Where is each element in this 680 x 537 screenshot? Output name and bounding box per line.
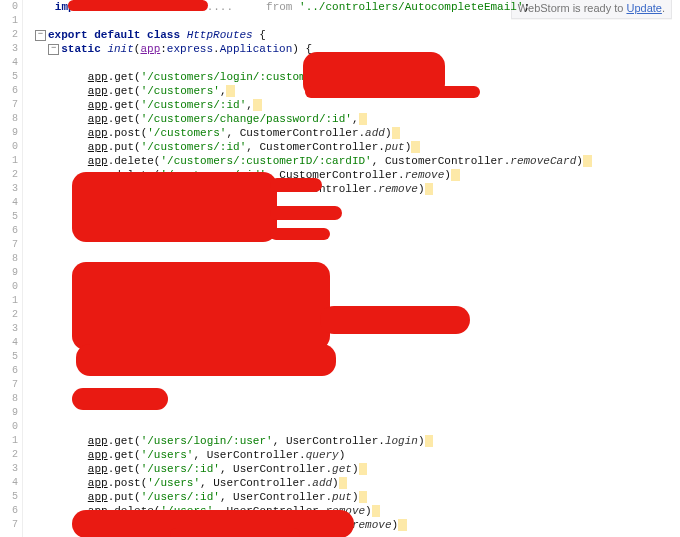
line-number: 8 (0, 252, 18, 266)
code-line: app.get('/users/:id', UserController.get… (35, 462, 592, 476)
line-number: 3 (0, 182, 18, 196)
line-number: 6 (0, 84, 18, 98)
line-number: 5 (0, 350, 18, 364)
line-number: 3 (0, 322, 18, 336)
code-line: app.get('/users', UserController.query) (35, 448, 592, 462)
code-line: app.post('/users', UserController.add) (35, 476, 592, 490)
line-number: 0 (0, 280, 18, 294)
redaction (270, 206, 342, 220)
code-line: app.put('/users/:id', UserController.put… (35, 490, 592, 504)
line-number: 1 (0, 294, 18, 308)
redaction (72, 388, 168, 410)
line-number: 4 (0, 336, 18, 350)
line-number: 0 (0, 0, 18, 14)
line-number: 2 (0, 448, 18, 462)
line-number: 8 (0, 112, 18, 126)
redaction (270, 178, 322, 192)
redaction (170, 528, 300, 537)
redaction (76, 344, 336, 376)
redaction (72, 262, 330, 350)
redaction (305, 86, 480, 98)
code-line: app.delete('/customers/:customerID/:card… (35, 154, 592, 168)
fold-icon[interactable]: − (48, 44, 59, 55)
line-number: 7 (0, 378, 18, 392)
line-number: 1 (0, 434, 18, 448)
redaction (72, 172, 277, 242)
line-number: 7 (0, 518, 18, 532)
code-line: app.get('/customers/:id', (35, 98, 592, 112)
line-number-gutter: 01234567890123456789012345678901234567 (0, 0, 23, 537)
line-number: 1 (0, 14, 18, 28)
fold-icon[interactable]: − (35, 30, 46, 41)
line-number: 3 (0, 462, 18, 476)
code-line: −export default class HttpRoutes { (35, 28, 592, 42)
line-number: 7 (0, 98, 18, 112)
line-number: 4 (0, 196, 18, 210)
line-number: 6 (0, 364, 18, 378)
code-line (35, 14, 592, 28)
line-number: 1 (0, 154, 18, 168)
line-number: 8 (0, 392, 18, 406)
line-number: 9 (0, 266, 18, 280)
line-number: 5 (0, 490, 18, 504)
code-line: app.get('/users/login/:user', UserContro… (35, 434, 592, 448)
line-number: 7 (0, 238, 18, 252)
line-number: 4 (0, 476, 18, 490)
redaction (270, 228, 330, 240)
line-number: 6 (0, 224, 18, 238)
line-number: 2 (0, 28, 18, 42)
line-number: 4 (0, 56, 18, 70)
redaction (320, 306, 470, 334)
line-number: 2 (0, 168, 18, 182)
redaction (68, 0, 208, 11)
line-number: 2 (0, 308, 18, 322)
line-number: 9 (0, 406, 18, 420)
code-line: app.post('/customers', CustomerControlle… (35, 126, 592, 140)
line-number: 5 (0, 70, 18, 84)
line-number: 0 (0, 140, 18, 154)
line-number: 5 (0, 210, 18, 224)
code-line: app.get('/customers/change/password/:id'… (35, 112, 592, 126)
line-number: 3 (0, 42, 18, 56)
code-line: app.put('/customers/:id', CustomerContro… (35, 140, 592, 154)
code-line (35, 420, 592, 434)
line-number: 6 (0, 504, 18, 518)
line-number: 0 (0, 420, 18, 434)
line-number: 9 (0, 126, 18, 140)
